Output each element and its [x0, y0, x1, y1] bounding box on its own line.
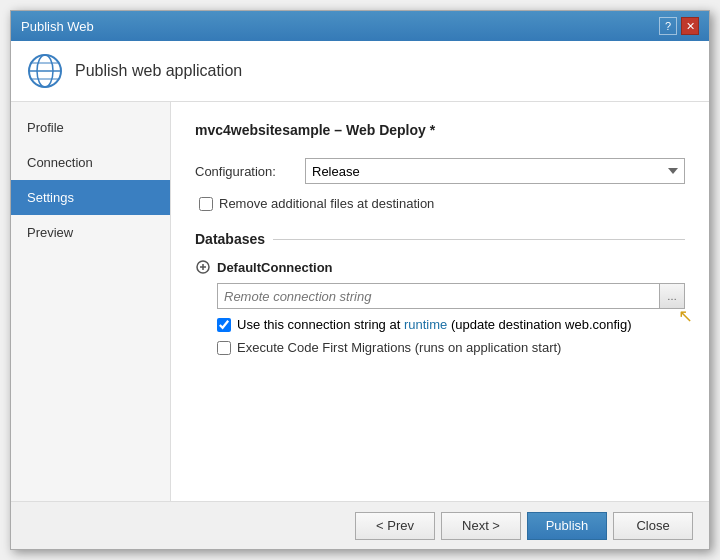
footer: < Prev Next > Publish Close	[11, 501, 709, 549]
runtime-link[interactable]: runtime	[404, 317, 447, 332]
browse-dots-icon: …	[667, 291, 677, 302]
databases-section-title: Databases	[195, 231, 685, 247]
page-title: mvc4websitesample – Web Deploy *	[195, 122, 685, 138]
remove-files-checkbox[interactable]	[199, 197, 213, 211]
use-connection-string-row: Use this connection string at runtime (u…	[217, 317, 685, 332]
remove-files-label: Remove additional files at destination	[219, 196, 434, 211]
use-connection-string-label: Use this connection string at runtime (u…	[237, 317, 632, 332]
collapse-icon[interactable]	[195, 259, 211, 275]
db-header: DefaultConnection	[195, 259, 685, 275]
config-row: Configuration: Release	[195, 158, 685, 184]
dialog-title: Publish Web	[21, 19, 94, 34]
header-bar: Publish web application	[11, 41, 709, 102]
use-connection-string-checkbox[interactable]	[217, 318, 231, 332]
connection-string-row: … ↖	[217, 283, 685, 309]
default-connection-section: DefaultConnection … ↖ Use this connectio…	[195, 259, 685, 355]
globe-icon	[27, 53, 63, 89]
publish-web-dialog: Publish Web ? ✕ Publish web application …	[10, 10, 710, 550]
browse-connection-button[interactable]: …	[659, 283, 685, 309]
close-button[interactable]: Close	[613, 512, 693, 540]
help-button[interactable]: ?	[659, 17, 677, 35]
publish-button[interactable]: Publish	[527, 512, 607, 540]
header-title: Publish web application	[75, 62, 242, 80]
sidebar-item-preview[interactable]: Preview	[11, 215, 170, 250]
window-close-button[interactable]: ✕	[681, 17, 699, 35]
sidebar: Profile Connection Settings Preview	[11, 102, 171, 501]
prev-button[interactable]: < Prev	[355, 512, 435, 540]
content-area: Profile Connection Settings Preview mvc4…	[11, 102, 709, 501]
connection-string-input[interactable]	[217, 283, 660, 309]
execute-code-first-checkbox[interactable]	[217, 341, 231, 355]
execute-code-first-row: Execute Code First Migrations (runs on a…	[217, 340, 685, 355]
sidebar-item-connection[interactable]: Connection	[11, 145, 170, 180]
execute-code-first-label: Execute Code First Migrations (runs on a…	[237, 340, 561, 355]
use-connection-suffix: (update destination web.config)	[447, 317, 631, 332]
config-label: Configuration:	[195, 164, 295, 179]
config-select[interactable]: Release	[305, 158, 685, 184]
main-content: mvc4websitesample – Web Deploy * Configu…	[171, 102, 709, 501]
sidebar-item-profile[interactable]: Profile	[11, 110, 170, 145]
sidebar-item-settings[interactable]: Settings	[11, 180, 170, 215]
use-connection-prefix: Use this connection string at	[237, 317, 404, 332]
db-name: DefaultConnection	[217, 260, 333, 275]
title-bar: Publish Web ? ✕	[11, 11, 709, 41]
next-button[interactable]: Next >	[441, 512, 521, 540]
title-controls: ? ✕	[659, 17, 699, 35]
remove-files-row: Remove additional files at destination	[199, 196, 685, 211]
